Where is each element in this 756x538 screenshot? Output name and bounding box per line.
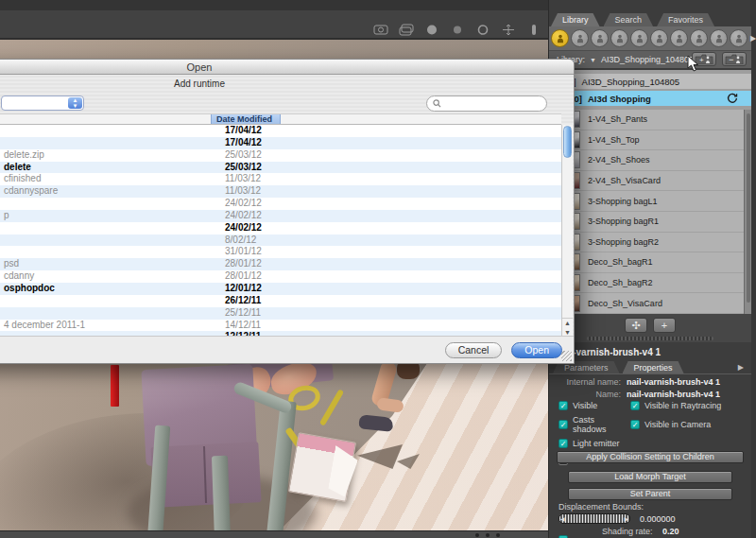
- file-name: cfinished: [4, 173, 41, 185]
- list-item[interactable]: Deco_Sh_VisaCard: [549, 293, 744, 314]
- light-sphere-icon[interactable]: [423, 23, 440, 36]
- list-item[interactable]: 3-Shopping bagL1: [549, 191, 744, 212]
- item-label: 1-V4_Sh_Top: [588, 135, 640, 145]
- camera-main-icon[interactable]: [372, 23, 389, 36]
- file-row[interactable]: 31/01/12: [0, 246, 561, 258]
- location-dropdown[interactable]: ▲▼: [1, 95, 84, 111]
- roll-tool-icon[interactable]: [525, 23, 542, 36]
- add-item-button[interactable]: +: [653, 318, 676, 333]
- list-item[interactable]: 1-V4_Sh_Pants: [549, 110, 744, 130]
- list-item[interactable]: 2-V4_Sh_Shoes: [549, 150, 744, 171]
- category-hands-icon[interactable]: [630, 29, 648, 47]
- casts-shadows-checkbox[interactable]: ✓Casts shadows: [558, 415, 630, 434]
- apply-collision-setting-to-children-button[interactable]: Apply Collision Setting to Children: [557, 451, 744, 463]
- tab-search[interactable]: Search: [604, 13, 654, 26]
- date-modified-column-header[interactable]: Date Modified ▼: [211, 114, 281, 124]
- scrollbar-thumb[interactable]: [563, 126, 572, 158]
- category-expression-icon[interactable]: [591, 29, 609, 47]
- yellow-strap: [319, 389, 344, 425]
- list-item[interactable]: 1-V4_Sh_Top: [549, 130, 744, 151]
- file-name: cdannyspare: [4, 185, 58, 198]
- file-row[interactable]: 17/04/12: [0, 125, 561, 137]
- file-row[interactable]: 8/02/12: [0, 234, 561, 247]
- category-materials-icon[interactable]: [710, 29, 728, 47]
- file-row[interactable]: 24/02/12: [0, 198, 561, 210]
- checkbox-label: Visible in Raytracing: [644, 401, 721, 410]
- file-date: 8/02/12: [225, 234, 256, 247]
- list-item[interactable]: Deco_Sh_bagR1: [549, 252, 744, 273]
- file-date: 24/02/12: [225, 198, 262, 210]
- displacement-dial[interactable]: ◀▶: [558, 513, 630, 524]
- viewport-status-bar: [0, 530, 553, 538]
- name-value[interactable]: nail-varnish-brush-v4 1: [627, 390, 720, 399]
- file-row[interactable]: psd28/01/12: [0, 258, 561, 270]
- visible-in-raytracing-checkbox[interactable]: ✓Visible in Raytracing: [630, 401, 746, 410]
- file-row[interactable]: 26/12/11: [0, 295, 561, 307]
- set-parent-button[interactable]: Set Parent: [568, 488, 732, 500]
- file-row[interactable]: cdanny28/01/12: [0, 270, 561, 283]
- list-item[interactable]: Deco_Sh_bagR2: [549, 273, 744, 294]
- resize-grip[interactable]: [561, 351, 572, 361]
- item-label: 3-Shopping bagR2: [588, 237, 659, 247]
- shadow-sphere-icon[interactable]: [449, 23, 466, 36]
- library-scrollbar[interactable]: [744, 110, 751, 314]
- category-poses-icon[interactable]: [571, 29, 589, 47]
- dialog-scrollbar[interactable]: ▲ ▼: [561, 125, 573, 338]
- shading-rate-value[interactable]: 0.20: [662, 527, 679, 536]
- category-figures-icon[interactable]: [551, 29, 569, 47]
- displacement-value[interactable]: 0.000000: [640, 514, 676, 524]
- category-cameras-icon[interactable]: [690, 29, 708, 47]
- cancel-button[interactable]: Cancel: [445, 342, 503, 358]
- light-emitter-checkbox[interactable]: ✓Light emitter: [558, 439, 746, 448]
- category-lights-icon[interactable]: [670, 29, 688, 47]
- file-row[interactable]: cdannyspare11/03/12: [0, 185, 561, 198]
- file-row[interactable]: 17/04/12: [0, 137, 561, 149]
- item-label: 3-Shopping bagR1: [588, 217, 659, 226]
- camera-aux-icon[interactable]: [398, 23, 415, 36]
- category-props-icon[interactable]: [650, 29, 668, 47]
- tab-favorites[interactable]: Favorites: [657, 13, 714, 26]
- apply-library-button[interactable]: ✣: [625, 318, 647, 333]
- load-morph-target-button[interactable]: Load Morph Target: [568, 471, 732, 483]
- category-scenes-icon[interactable]: [730, 29, 747, 47]
- file-row[interactable]: delete25/03/12: [0, 162, 561, 174]
- visible-checkbox[interactable]: ✓Visible: [558, 401, 630, 410]
- file-row[interactable]: 24/02/12: [0, 222, 561, 234]
- file-row[interactable]: 25/12/11: [0, 307, 561, 320]
- tab-library[interactable]: Library: [551, 13, 600, 26]
- list-item[interactable]: 3-Shopping bagR1: [549, 212, 744, 233]
- category-more-arrow-icon[interactable]: ▶: [750, 34, 756, 43]
- tab-properties[interactable]: Properties: [623, 361, 684, 373]
- file-row[interactable]: cfinished11/03/12: [0, 173, 561, 185]
- scroll-up-icon[interactable]: ▲: [562, 318, 573, 327]
- figure-foot: [376, 397, 404, 413]
- file-row[interactable]: p24/02/12: [0, 210, 561, 222]
- chevron-down-icon[interactable]: ▼: [590, 57, 596, 63]
- file-name: psd: [4, 258, 19, 270]
- runtime-row[interactable]: [1] AI3D_Shopping_104805: [549, 74, 751, 89]
- displacement-label: Displacement Bounds:: [558, 502, 644, 512]
- dialog-title[interactable]: Open: [0, 60, 574, 75]
- search-input[interactable]: [426, 95, 547, 112]
- list-item[interactable]: 2-V4_Sh_VisaCard: [549, 171, 744, 192]
- file-date: 17/04/12: [225, 137, 262, 149]
- tab-overflow-arrow-icon[interactable]: ▶: [738, 363, 744, 372]
- runtime-name: AI3D_Shopping_104805: [601, 55, 694, 64]
- camera-control-icons[interactable]: [372, 21, 568, 38]
- item-label: Deco_Sh_bagR2: [588, 278, 653, 287]
- category-hair-icon[interactable]: [610, 29, 628, 47]
- file-row[interactable]: delete.zip25/03/12: [0, 149, 561, 162]
- ring-icon[interactable]: [474, 23, 491, 36]
- file-row[interactable]: osphopdoc12/01/12: [0, 283, 561, 295]
- list-item[interactable]: 3-Shopping bagR2: [549, 233, 744, 253]
- visible-in-camera-checkbox[interactable]: ✓Visible in Camera: [630, 415, 746, 434]
- panel-splitter-grip[interactable]: [587, 337, 713, 340]
- status-dots-icon[interactable]: [475, 533, 500, 537]
- refresh-icon[interactable]: [727, 93, 738, 104]
- move-tool-icon[interactable]: [500, 23, 517, 36]
- runtime-row-selected[interactable]: [10] AI3d Shopping: [549, 91, 751, 106]
- remove-runtime-button[interactable]: −: [722, 52, 747, 66]
- file-row[interactable]: 4 december 2011-114/12/11: [0, 320, 561, 332]
- dropdown-stepper-icon[interactable]: ▲▼: [68, 97, 82, 109]
- open-button[interactable]: Open: [511, 342, 562, 358]
